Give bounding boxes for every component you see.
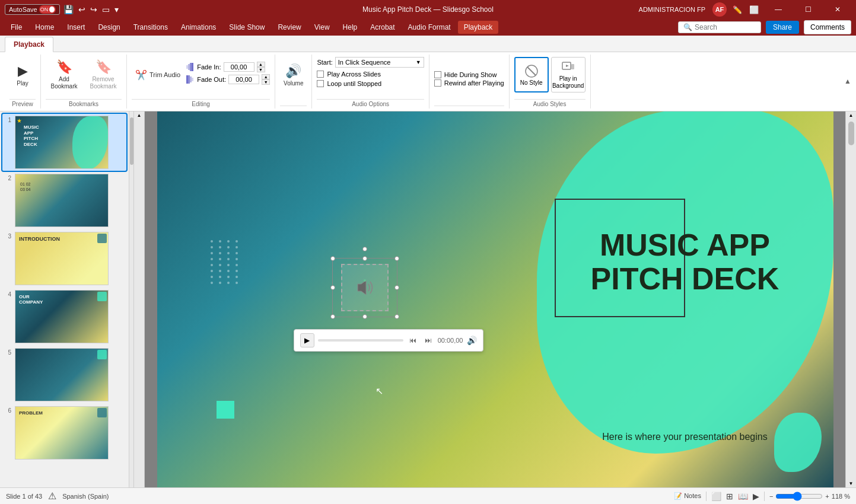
undo-icon[interactable]: ↩ [77, 4, 87, 15]
rewind-after-playing-checkbox[interactable]: Rewind after Playing [434, 79, 504, 87]
slide-panel-scrollbar[interactable] [129, 111, 134, 487]
slide-thumbnail-3[interactable]: 3 INTRODUCTION [2, 230, 126, 287]
menu-playback[interactable]: Playback [458, 21, 499, 34]
slide-image-2: 01 02 03 04 [15, 174, 109, 227]
start-label: Start: [317, 59, 332, 66]
accessibility-icon[interactable]: ⚠ [48, 490, 56, 502]
menu-home[interactable]: Home [29, 21, 60, 34]
play-button[interactable]: ▶ Play [9, 57, 36, 92]
trim-audio-button[interactable]: ✂️ Trim Audio [132, 66, 184, 83]
hide-during-show-box [434, 71, 441, 78]
start-dropdown[interactable]: In Click Sequence ▼ [335, 57, 424, 68]
search-input[interactable] [695, 23, 754, 31]
fade-out-up[interactable]: ▲ [262, 74, 270, 79]
settings-icon[interactable]: ⬜ [748, 4, 760, 15]
redo-icon[interactable]: ↪ [89, 4, 98, 15]
scroll-up-icon[interactable]: ▲ [848, 111, 855, 119]
volume-button[interactable]: 🔊 Volume [280, 57, 307, 92]
menu-design[interactable]: Design [92, 21, 126, 34]
menu-review[interactable]: Review [272, 21, 307, 34]
audio-checkboxes: Play Across Slides Loop until Stopped [317, 71, 381, 87]
customize-icon[interactable]: ▾ [113, 4, 120, 15]
player-play-button[interactable]: ▶ [300, 333, 314, 347]
slide-thumbnail-2[interactable]: 2 01 02 03 04 [2, 172, 126, 229]
play-across-slides-checkbox[interactable]: Play Across Slides [317, 71, 381, 78]
zoom-out-button[interactable]: − [769, 493, 773, 500]
no-style-button[interactable]: No Style [514, 57, 549, 92]
svg-rect-6 [190, 76, 192, 82]
search-box[interactable]: 🔍 [678, 21, 761, 33]
hide-rewind-content: Hide During Show Rewind after Playing [434, 55, 504, 106]
slide-thumbnail-5[interactable]: 5 [2, 346, 126, 403]
view-slideshow-button[interactable]: ▶ [753, 492, 759, 501]
player-forward-button[interactable]: ⏭ [422, 334, 434, 346]
slide-panel: 1 ★ MUSICAPPPITCHDECK 2 01 02 03 04 3 [0, 111, 129, 487]
status-bar: Slide 1 of 43 ⚠ Spanish (Spain) 📝 Notes … [0, 487, 856, 504]
hide-during-show-checkbox[interactable]: Hide During Show [434, 71, 497, 78]
notes-button[interactable]: 📝 Notes [674, 492, 701, 500]
add-bookmark-button[interactable]: 🔖 Add Bookmark [46, 57, 82, 92]
autosave-state: ON [40, 7, 49, 12]
user-avatar[interactable]: AF [712, 2, 727, 17]
play-icon: ▶ [18, 63, 28, 79]
fade-in-up[interactable]: ▲ [257, 62, 265, 67]
zoom-slider[interactable] [775, 492, 823, 501]
slide-thumbnail-4[interactable]: 4 OURCOMPANY [2, 288, 126, 345]
svg-marker-13 [358, 280, 366, 295]
remove-bookmark-button[interactable]: 🔖 Remove Bookmark [85, 57, 122, 92]
add-bookmark-icon: 🔖 [56, 59, 72, 75]
share-button[interactable]: Share [766, 21, 799, 34]
player-back-button[interactable]: ⏮ [407, 334, 419, 346]
tab-playback[interactable]: Playback [5, 37, 53, 52]
svg-rect-5 [188, 75, 190, 84]
view-normal-button[interactable]: ⬜ [711, 492, 721, 501]
scroll-down-icon[interactable]: ▼ [848, 480, 855, 487]
play-in-background-button[interactable]: Play in Background [551, 57, 585, 92]
player-volume-button[interactable]: 🔊 [467, 336, 477, 345]
comments-button[interactable]: Comments [804, 20, 851, 34]
save-icon[interactable]: 💾 [62, 4, 75, 15]
maximize-button[interactable]: ☐ [794, 0, 822, 19]
loop-until-stopped-checkbox[interactable]: Loop until Stopped [317, 80, 381, 87]
fade-in-down[interactable]: ▼ [257, 67, 265, 72]
slide-thumbnail-1[interactable]: 1 ★ MUSICAPPPITCHDECK [2, 114, 126, 171]
menu-transitions[interactable]: Transitions [128, 21, 174, 34]
scroll-thumb [130, 117, 133, 165]
zoom-in-button[interactable]: + [825, 493, 829, 500]
trim-icon: ✂️ [135, 69, 147, 81]
menu-view[interactable]: View [308, 21, 336, 34]
user-name: ADMINISTRACION FP [639, 6, 705, 13]
status-divider [706, 492, 707, 501]
scroll-up-btn[interactable]: ▲ [137, 113, 142, 118]
autosave-toggle[interactable]: ON [39, 5, 56, 14]
close-button[interactable]: ✕ [824, 0, 851, 19]
vertical-scrollbar[interactable]: ▲ ▼ [845, 111, 856, 487]
pen-icon[interactable]: ✏️ [731, 4, 743, 15]
fade-out-input[interactable] [228, 75, 259, 84]
fade-out-spinners: ▲ ▼ [262, 74, 270, 85]
menu-audio-format[interactable]: Audio Format [402, 21, 457, 34]
view-reading-button[interactable]: 📖 [738, 492, 748, 501]
audio-icon[interactable] [341, 264, 389, 311]
menu-file[interactable]: File [5, 21, 28, 34]
menu-animations[interactable]: Animations [175, 21, 222, 34]
fade-in-input[interactable] [224, 62, 254, 72]
player-progress-bar[interactable] [318, 339, 403, 342]
menu-acrobat[interactable]: Acrobat [364, 21, 400, 34]
player-time: 00:00,00 [438, 337, 463, 344]
slide-number-2: 2 [4, 174, 11, 181]
ribbon-expand-button[interactable]: ▲ [844, 77, 851, 85]
present-icon[interactable]: ▭ [101, 4, 111, 15]
autosave-button[interactable]: AutoSave ON [5, 4, 60, 15]
minimize-button[interactable]: — [765, 0, 792, 19]
slide-thumbnail-6[interactable]: 6 PROBLEM [2, 404, 126, 461]
menu-help[interactable]: Help [337, 21, 364, 34]
menu-slideshow[interactable]: Slide Show [223, 21, 271, 34]
menu-insert[interactable]: Insert [61, 21, 91, 34]
audio-options-label: Audio Options [317, 99, 424, 109]
remove-bookmark-icon: 🔖 [96, 59, 112, 75]
view-grid-button[interactable]: ⊞ [726, 492, 733, 501]
vertical-scroll-left[interactable]: ▲ [134, 111, 145, 487]
ribbon: ▶ Play Preview 🔖 Add Bookmark 🔖 Remove B… [0, 52, 856, 111]
fade-out-down[interactable]: ▼ [262, 79, 270, 85]
